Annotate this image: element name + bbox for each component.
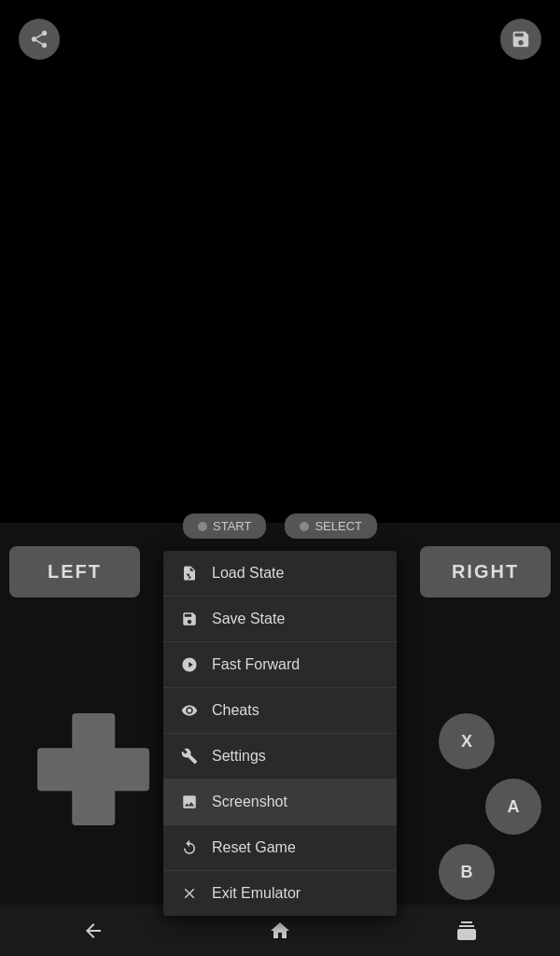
a-button[interactable]: A — [485, 779, 541, 835]
dpad[interactable] — [37, 713, 149, 825]
reset-game-label: Reset Game — [212, 839, 296, 856]
eye-icon — [180, 701, 199, 720]
save-state-label: Save State — [212, 611, 285, 627]
fast-forward-label: Fast Forward — [212, 656, 300, 673]
x-label: X — [461, 732, 472, 752]
right-label: RIGHT — [452, 561, 519, 583]
save-button[interactable] — [500, 19, 541, 60]
fast-forward-icon — [180, 655, 199, 674]
screenshot-icon — [180, 793, 199, 811]
select-button[interactable]: SELECT — [285, 513, 377, 539]
start-label: START — [213, 519, 251, 533]
cheats-label: Cheats — [212, 702, 259, 719]
wrench-icon — [180, 747, 199, 766]
b-label: B — [461, 863, 473, 882]
start-button[interactable]: START — [183, 513, 266, 539]
dpad-center — [72, 748, 115, 791]
menu-load-state[interactable]: Load State — [163, 551, 397, 597]
b-button[interactable]: B — [439, 844, 495, 900]
screenshot-label: Screenshot — [212, 794, 287, 810]
select-label: SELECT — [315, 519, 362, 533]
context-menu: Load State Save State Fast Forward Cheat… — [163, 551, 397, 916]
right-button[interactable]: RIGHT — [420, 546, 551, 598]
menu-save-state[interactable]: Save State — [163, 597, 397, 642]
left-label: LEFT — [48, 561, 102, 583]
x-button[interactable]: X — [439, 713, 495, 769]
select-dot — [300, 522, 309, 531]
home-nav-button[interactable] — [259, 910, 301, 951]
settings-label: Settings — [212, 748, 266, 765]
menu-cheats[interactable]: Cheats — [163, 688, 397, 734]
menu-screenshot[interactable]: Screenshot — [163, 780, 397, 825]
menu-settings[interactable]: Settings — [163, 734, 397, 780]
save-state-icon — [180, 610, 199, 628]
share-button[interactable] — [19, 19, 60, 60]
left-button[interactable]: LEFT — [9, 546, 140, 598]
a-label: A — [508, 797, 520, 817]
menu-fast-forward[interactable]: Fast Forward — [163, 642, 397, 688]
back-nav-button[interactable] — [73, 910, 114, 951]
menu-exit-emulator[interactable]: Exit Emulator — [163, 871, 397, 916]
menu-reset-game[interactable]: Reset Game — [163, 825, 397, 871]
start-select-row: START SELECT — [183, 513, 377, 539]
recents-nav-button[interactable] — [446, 910, 487, 951]
x-icon — [180, 884, 199, 903]
load-icon — [180, 564, 199, 583]
start-dot — [198, 522, 207, 531]
reset-icon — [180, 838, 199, 857]
game-screen — [0, 0, 560, 523]
exit-emulator-label: Exit Emulator — [212, 885, 301, 902]
load-state-label: Load State — [212, 565, 284, 582]
